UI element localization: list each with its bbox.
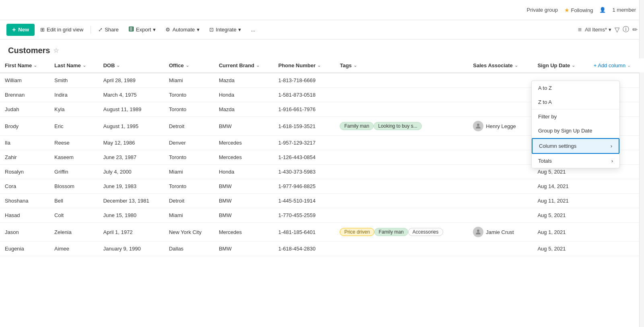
edit-pen-icon[interactable]: ✏ bbox=[632, 26, 638, 33]
tag-badge: Family man bbox=[374, 228, 408, 236]
svg-rect-5 bbox=[130, 30, 131, 31]
col-current-brand[interactable]: Current Brand ⌄ bbox=[214, 58, 274, 73]
table-row[interactable]: EugeniaAimeeJanuary 9, 1990DallasBMW1-61… bbox=[0, 242, 644, 256]
tag-badge: Looking to buy s... bbox=[374, 122, 421, 130]
associate-cell: Jamie Crust bbox=[473, 227, 528, 237]
top-bar-right: Private group ★ Following 👤 1 member bbox=[527, 7, 636, 13]
svg-rect-6 bbox=[131, 30, 132, 31]
associate-cell: Henry Legge bbox=[473, 121, 528, 131]
col-phone-number[interactable]: Phone Number ⌄ bbox=[274, 58, 335, 73]
table-row[interactable]: JasonZeleniaApril 1, 1972New York CityMe… bbox=[0, 223, 644, 242]
dropdown-totals[interactable]: Totals › bbox=[532, 154, 619, 168]
toolbar: + New ⊞ Edit in grid view ⤢ Share Export… bbox=[0, 20, 644, 39]
add-col-chevron: ⌄ bbox=[627, 63, 631, 68]
integrate-chevron: ▾ bbox=[238, 27, 241, 33]
totals-chevron: › bbox=[611, 158, 613, 164]
col-tags[interactable]: Tags ⌄ bbox=[335, 58, 468, 73]
automate-icon: ⚙ bbox=[165, 27, 170, 33]
table-header-row: First Name ⌄ Last Name ⌄ DOB ⌄ bbox=[0, 58, 644, 73]
dropdown-column-settings[interactable]: Column settings › bbox=[532, 138, 619, 154]
table-row[interactable]: CoraBlossomJune 19, 1983TorontoBMW1-977-… bbox=[0, 179, 644, 194]
avatar bbox=[473, 227, 483, 237]
members-label: 1 member bbox=[612, 7, 636, 13]
star-icon: ★ bbox=[564, 7, 570, 13]
col-office[interactable]: Office ⌄ bbox=[164, 58, 214, 73]
svg-rect-2 bbox=[131, 27, 132, 28]
top-bar: Private group ★ Following 👤 1 member bbox=[0, 0, 644, 20]
col-last-name[interactable]: Last Name ⌄ bbox=[50, 58, 98, 73]
automate-button[interactable]: ⚙ Automate ▾ bbox=[161, 24, 204, 35]
sort-tags-icon: ⌄ bbox=[353, 63, 357, 68]
share-icon: ⤢ bbox=[98, 27, 103, 33]
edit-grid-button[interactable]: ⊞ Edit in grid view bbox=[36, 24, 87, 35]
private-group-label: Private group bbox=[527, 7, 558, 13]
dropdown-z-to-a[interactable]: Z to A bbox=[532, 95, 619, 109]
export-button[interactable]: Export ▾ bbox=[124, 24, 160, 35]
export-icon bbox=[128, 26, 134, 33]
all-items-button[interactable]: All Items* ▾ bbox=[585, 27, 611, 33]
tag-badge: Price driven bbox=[340, 228, 374, 236]
automate-chevron: ▾ bbox=[197, 27, 200, 33]
col-first-name[interactable]: First Name ⌄ bbox=[0, 58, 50, 73]
sort-phone-icon: ⌄ bbox=[317, 63, 321, 68]
svg-rect-3 bbox=[130, 29, 131, 29]
sort-brand-icon: ⌄ bbox=[256, 63, 260, 68]
right-scrollbar[interactable] bbox=[639, 0, 644, 256]
table-row[interactable]: HasadColtJune 15, 1980MiamiBMW1-770-455-… bbox=[0, 208, 644, 223]
grid-icon: ⊞ bbox=[40, 27, 45, 33]
col-sales-associate[interactable]: Sales Associate ⌄ bbox=[468, 58, 533, 73]
svg-rect-4 bbox=[131, 29, 132, 29]
toolbar-right: ≡ All Items* ▾ ▽ ⓘ ✏ bbox=[578, 25, 638, 34]
svg-rect-1 bbox=[130, 27, 131, 28]
tag-badge: Family man bbox=[340, 122, 374, 130]
col-add-column[interactable]: + Add column ⌄ bbox=[589, 58, 644, 73]
integrate-icon: ⊡ bbox=[209, 27, 214, 33]
toolbar-sep-1 bbox=[91, 26, 91, 34]
new-label: New bbox=[18, 27, 29, 33]
table-row[interactable]: ShoshanaBellDecember 13, 1981DetroitBMW1… bbox=[0, 194, 644, 208]
sort-associate-icon: ⌄ bbox=[514, 63, 518, 68]
plus-icon: + bbox=[12, 26, 16, 33]
sort-office-icon: ⌄ bbox=[186, 63, 189, 68]
filter-icon[interactable]: ▽ bbox=[615, 26, 619, 33]
dropdown-a-to-z[interactable]: A to Z bbox=[532, 81, 619, 95]
new-button[interactable]: + New bbox=[6, 24, 35, 36]
all-items-chevron: ▾ bbox=[609, 27, 611, 33]
col-dob[interactable]: DOB ⌄ bbox=[98, 58, 164, 73]
dropdown-group-by-signup[interactable]: Group by Sign Up Date bbox=[532, 124, 619, 138]
share-button[interactable]: ⤢ Share bbox=[94, 24, 123, 35]
page-title: Customers ☆ bbox=[8, 46, 636, 55]
sort-dob-icon: ⌄ bbox=[116, 63, 120, 68]
export-chevron: ▾ bbox=[153, 27, 156, 33]
sort-first-name-icon: ⌄ bbox=[33, 63, 37, 68]
info-icon[interactable]: ⓘ bbox=[623, 25, 629, 34]
col-signup-date[interactable]: Sign Up Date ⌄ bbox=[533, 58, 588, 73]
dropdown-filter-by[interactable]: Filter by bbox=[532, 110, 619, 124]
tag-badge: Accessories bbox=[408, 228, 443, 236]
members-icon: 👤 bbox=[599, 7, 606, 13]
favorite-star-icon[interactable]: ☆ bbox=[53, 47, 59, 54]
column-settings-chevron: › bbox=[611, 143, 612, 149]
svg-point-7 bbox=[477, 124, 479, 126]
integrate-button[interactable]: ⊡ Integrate ▾ bbox=[205, 24, 245, 35]
more-button[interactable]: ... bbox=[247, 24, 259, 35]
menu-lines-icon: ≡ bbox=[578, 26, 582, 33]
sort-last-name-icon: ⌄ bbox=[83, 63, 86, 68]
following-label[interactable]: ★ Following bbox=[564, 7, 593, 13]
avatar bbox=[473, 121, 483, 131]
column-settings-dropdown: A to Z Z to A Filter by Group by Sign Up… bbox=[531, 81, 620, 168]
svg-point-8 bbox=[477, 230, 479, 232]
page-header: Customers ☆ bbox=[0, 39, 644, 58]
sort-signup-icon: ⌄ bbox=[572, 63, 575, 68]
